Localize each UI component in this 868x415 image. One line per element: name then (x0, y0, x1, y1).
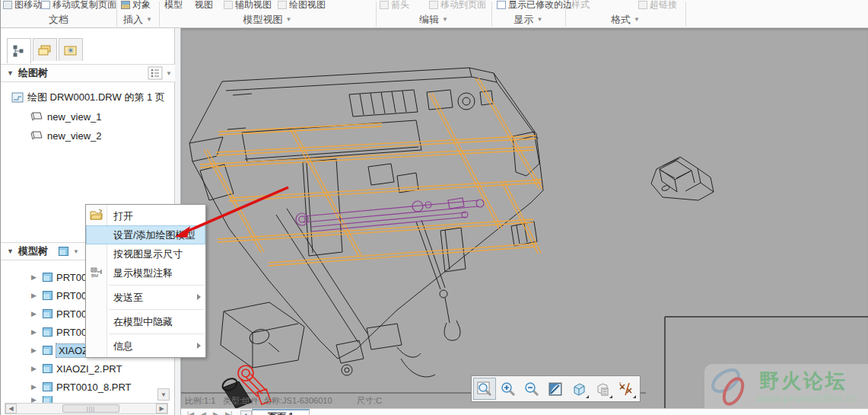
ribbon-button-move-copy-sheet[interactable]: 移动或复制页面 (41, 0, 116, 11)
view-move-icon (3, 1, 12, 9)
expander-icon[interactable]: ▶ (31, 383, 39, 391)
part-icon (43, 273, 52, 282)
modified-edges-icon (497, 1, 506, 9)
expander-icon[interactable]: ▶ (31, 310, 39, 318)
ribbon-separator (565, 2, 566, 27)
part-icon (43, 291, 52, 300)
saved-views-button[interactable] (591, 378, 614, 400)
drawing-canvas[interactable]: 比例:1:1 类型:组件 名称:JS1-6306010 尺寸:C (181, 28, 868, 408)
svg-text:x: x (619, 381, 622, 385)
repaint-icon (547, 381, 564, 397)
expander-icon[interactable]: ▶ (31, 328, 39, 336)
next-sheet-button[interactable]: ▶ (213, 410, 218, 415)
drawing-tree-header: ▼ 绘图树 ▼ (1, 64, 175, 82)
sheet-scale-label: 比例:1:1 (185, 395, 215, 407)
tree-settings-dropdown-icon[interactable]: ▼ (166, 70, 172, 77)
prev-sheet-button[interactable]: ◀ (201, 410, 206, 415)
zoom-in-button[interactable] (497, 378, 520, 400)
menu-separator (109, 285, 204, 286)
menu-item-set-add-drawing-model[interactable]: 设置/添加绘图模型 (86, 225, 205, 244)
drawing-tree-title: 绘图树 (18, 66, 48, 80)
drawing-tree-view-1[interactable]: new_view_1 (30, 107, 102, 126)
menu-item-show-dims-by-view[interactable]: 按视图显示尺寸 (86, 244, 205, 263)
ribbon-group-display[interactable]: 显示▼ (491, 11, 565, 27)
model-tree-dropdown-icon[interactable]: ▼ (73, 248, 79, 255)
forum-watermark: 野火论坛 www.proewildfire.cn (704, 364, 868, 409)
model-tree-row[interactable]: ▶XIAOZI_2.PRT (31, 359, 122, 378)
context-menu: BM 打开 设置/添加绘图模型 按视图显示尺寸 显示模型注释 发送至 在模型中隐… (85, 204, 206, 358)
drawing-tree-view-2[interactable]: new_view_2 (30, 126, 102, 145)
ribbon-button-show-modified-edges[interactable]: 显示已修改的边 (497, 0, 572, 11)
ribbon-group-model-views[interactable]: 模型视图▼ (159, 11, 376, 27)
sheet-name-label: 名称:JS1-6306010 (263, 395, 332, 407)
sheet-tab-bar: |◀ ◀ ▶ ▶| ▲ 页面 1 (181, 408, 868, 415)
expander-icon[interactable]: ▶ (31, 273, 39, 281)
expander-icon[interactable]: ▶ (31, 365, 39, 372)
last-sheet-button[interactable]: ▶| (225, 410, 232, 415)
ribbon-group-edit[interactable]: 编辑▼ (376, 11, 491, 27)
ribbon-button-view-move[interactable]: 图移动 (3, 0, 42, 11)
model-tree-row[interactable]: ▶PRT0010_8.PRT (31, 378, 132, 396)
ribbon-button-move-to-sheet[interactable]: 移动到页面 (429, 0, 486, 11)
model-tree-row[interactable]: ▶PRT00 (31, 268, 87, 286)
ribbon-group-insert[interactable]: 插入▼ (116, 11, 159, 27)
ribbon-button-view[interactable]: 视图 (195, 0, 213, 11)
copy-sheet-icon (41, 1, 50, 9)
model-tree-scroll-down-button[interactable]: ▼ (157, 388, 170, 401)
menu-item-send-to[interactable]: 发送至 (86, 288, 205, 307)
menu-item-info[interactable]: 信息 (86, 337, 205, 356)
scroll-right-button[interactable]: ▶ (156, 404, 167, 413)
model-tree-row[interactable]: ▶PRT00 (31, 305, 87, 323)
part-icon (43, 382, 52, 391)
scroll-thumb[interactable]: |||| (62, 404, 119, 413)
folders-icon (38, 44, 52, 56)
wildfire-logo-icon (704, 364, 758, 409)
ribbon-button-style[interactable]: 样式 (571, 0, 590, 11)
zoom-fit-button[interactable] (473, 378, 496, 400)
tree-settings-button[interactable] (148, 66, 163, 80)
auxiliary-view-icon (224, 1, 233, 9)
display-style-button[interactable] (568, 378, 590, 400)
ribbon-button-hyperlink[interactable]: 超链接 (638, 0, 677, 11)
arrow-icon (380, 1, 389, 9)
add-sheet-button[interactable]: ▲ (240, 410, 252, 415)
folder-browser-tab[interactable] (33, 38, 57, 61)
model-tree-row[interactable]: ▶PRT00 (31, 286, 87, 305)
zoom-out-icon (523, 381, 540, 397)
scroll-left-button[interactable]: ◀ (5, 404, 17, 413)
drawing-view-item-icon (30, 111, 43, 122)
drawing-sheet-icon (11, 92, 24, 103)
zoom-out-button[interactable] (520, 378, 543, 400)
collapse-triangle-icon[interactable]: ▼ (7, 69, 14, 77)
ribbon-button-object[interactable]: 对象 (121, 0, 151, 11)
menu-item-open[interactable]: 打开 (86, 206, 205, 225)
assembly-wireframe-drawing (181, 28, 868, 408)
ribbon-button-auxiliary-view[interactable]: 辅助视图 (224, 0, 272, 11)
part-icon (43, 327, 52, 337)
menu-item-show-model-annotations[interactable]: 显示模型注释 (86, 263, 205, 283)
dropdown-corner-icon (586, 395, 589, 398)
sheet-tab-active[interactable]: 页面 1 (252, 409, 310, 415)
part-icon (43, 346, 52, 355)
favorites-tab[interactable]: ✳ (59, 38, 83, 61)
ribbon-separator (116, 2, 117, 27)
first-sheet-button[interactable]: |◀ (187, 410, 194, 415)
collapse-triangle-icon[interactable]: ▼ (7, 247, 14, 255)
datum-display-button[interactable]: x (615, 378, 637, 400)
menu-item-hide-in-model[interactable]: 在模型中隐藏 (86, 312, 205, 331)
expander-icon[interactable]: ▶ (31, 292, 39, 299)
creo-drawing-window: { "colors": { "canvas_bg": "#a9a9a9", "w… (0, 0, 868, 415)
ribbon-button-model[interactable]: 模型 (164, 0, 183, 11)
repaint-button[interactable] (544, 378, 567, 400)
ribbon-button-arrow[interactable]: 箭头 (380, 0, 409, 11)
expander-icon[interactable]: ▶ (31, 346, 39, 354)
dropdown-corner-icon (633, 395, 636, 398)
ribbon-button-drawing-view[interactable]: 绘图视图 (278, 0, 326, 11)
panel-horizontal-scrollbar[interactable]: ◀ |||| ▶ (5, 403, 168, 414)
model-tree-tab[interactable] (7, 38, 31, 63)
ribbon-group-document[interactable]: 文档 (1, 11, 116, 27)
drawing-tree-root[interactable]: 绘图 DRW0001.DRW 的第 1 页 (11, 88, 165, 107)
scroll-track[interactable]: |||| (17, 404, 156, 413)
model-tree-row[interactable]: ▶PRT00 (31, 323, 87, 341)
ribbon-group-format[interactable]: 格式▼ (565, 11, 685, 27)
